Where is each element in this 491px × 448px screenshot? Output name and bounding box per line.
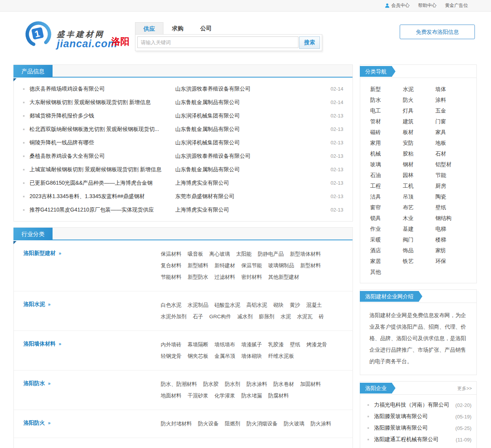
category-nav-link[interactable]: 安防 — [403, 137, 435, 148]
industry-tag-link[interactable]: 外墙涂料 — [226, 446, 247, 448]
industry-tag-link[interactable]: 粘合剂 — [183, 446, 198, 448]
category-nav-link[interactable]: 洁具 — [370, 191, 403, 202]
product-title-link[interactable]: 桑植县散养鸡设备大全有限公司 — [30, 153, 175, 160]
industry-tag-link[interactable]: 新型墙体材料 — [290, 248, 321, 260]
product-title-link[interactable]: 已更新G86150光圆&&产品种类——上海博虎合金钢 — [30, 180, 175, 187]
industry-category-link[interactable]: 洛阳防火 » — [23, 418, 161, 430]
category-nav-link[interactable]: 建筑 — [403, 116, 435, 127]
category-nav-link[interactable]: 防水 — [370, 94, 403, 105]
category-nav-link[interactable]: 防火 — [403, 94, 435, 105]
site-logo[interactable]: 1 盛丰建材网 jiancai.com — [16, 19, 117, 49]
industry-tag-link[interactable]: 干混砂浆 — [188, 390, 208, 402]
category-nav-link[interactable]: 石油 — [370, 170, 403, 180]
industry-tag-link[interactable]: 防水涂料 — [280, 446, 300, 448]
industry-tag-link[interactable]: 内外墙砖 — [161, 339, 181, 350]
product-company-link[interactable]: 山东洪源牧泰养殖设备有限公司 — [175, 153, 322, 160]
category-nav-link[interactable]: 饰品 — [403, 245, 435, 256]
category-nav-link[interactable]: 灯具 — [403, 105, 435, 116]
category-nav-link[interactable]: 家居 — [370, 256, 403, 266]
industry-tag-link[interactable]: 保温节能 — [241, 260, 262, 271]
industry-tag-link[interactable]: 防腐涂料 — [306, 446, 327, 448]
search-tab[interactable]: 求购 — [163, 22, 192, 34]
industry-tag-link[interactable]: 钢夹芯板 — [188, 350, 208, 362]
category-nav-link[interactable]: 机械 — [370, 148, 403, 159]
industry-tag-link[interactable]: 新型辅料 — [188, 260, 208, 271]
category-nav-link[interactable]: 作业 — [370, 223, 403, 234]
industry-tag-link[interactable]: 水泥制品 — [188, 299, 208, 311]
industry-tag-link[interactable]: 金属吊顶 — [214, 350, 235, 362]
industry-tag-link[interactable]: 烤漆龙骨 — [306, 339, 327, 350]
product-company-link[interactable]: 山东洪源牧泰养殖设备有限公司 — [175, 86, 322, 93]
industry-tag-link[interactable]: 石子 — [193, 311, 203, 322]
industry-tag-link[interactable]: 幕墙隔断 — [188, 339, 208, 350]
category-nav-link[interactable]: 水泥 — [403, 84, 435, 94]
company-name-link[interactable]: 力福光电科技（河南）有限公司 — [374, 402, 452, 408]
industry-tag-link[interactable]: 防水涂料 — [247, 379, 267, 390]
category-nav-link[interactable]: 陶瓷 — [435, 191, 471, 202]
category-nav-link[interactable]: 电梯 — [435, 223, 471, 234]
industry-tag-link[interactable]: 砌块 — [274, 299, 284, 311]
search-tab[interactable]: 供应 — [135, 22, 163, 34]
industry-tag-link[interactable]: 高铝水泥 — [247, 299, 267, 311]
category-nav-link[interactable]: 墙体 — [435, 84, 471, 94]
industry-category-link[interactable]: 洛阳水泥 » — [23, 299, 161, 322]
industry-tag-link[interactable]: 防水胶 — [203, 379, 219, 390]
publish-info-button[interactable]: 免费发布洛阳信息 — [400, 25, 475, 39]
category-nav-link[interactable]: 管材 — [370, 116, 403, 127]
industry-tag-link[interactable]: 防水堵漏 — [241, 390, 262, 402]
industry-tag-link[interactable]: GRC构件 — [209, 311, 231, 322]
product-company-link[interactable]: 山东鲁航金属制品有限公司 — [175, 166, 322, 173]
search-input[interactable] — [137, 36, 298, 48]
category-nav-link[interactable]: 酒店 — [370, 245, 403, 256]
industry-tag-link[interactable]: 防火涂料 — [311, 418, 331, 430]
category-nav-link[interactable]: 五金 — [435, 105, 471, 116]
category-nav-link[interactable]: 板材 — [403, 127, 435, 137]
industry-tag-link[interactable]: 防腐材料 — [268, 390, 289, 402]
industry-tag-link[interactable]: 水泥 — [281, 311, 291, 322]
industry-tag-link[interactable]: 复合材料 — [161, 260, 181, 271]
category-nav-link[interactable]: 家具 — [435, 127, 471, 137]
industry-tag-link[interactable]: 防火封堵材料 — [161, 418, 192, 430]
industry-tag-link[interactable]: 节能材料 — [161, 271, 181, 283]
industry-tag-link[interactable]: 壁纸 — [290, 339, 300, 350]
category-nav-link[interactable]: 阀门 — [403, 234, 435, 245]
industry-tag-link[interactable]: 白色水泥 — [161, 299, 181, 311]
industry-tag-link[interactable]: 黄沙 — [290, 299, 300, 311]
product-title-link[interactable]: 推荐G41210黑皮G41210原厂包装——实体现货供应 — [30, 207, 175, 213]
product-company-link[interactable]: 东莞市鼎盛钢材有限公司 — [175, 193, 322, 200]
industry-tag-link[interactable]: 离心玻璃 — [209, 248, 230, 260]
category-nav-link[interactable]: 厨房 — [435, 180, 471, 191]
category-nav-link[interactable]: 工程 — [370, 180, 403, 191]
category-nav-link[interactable]: 新型 — [370, 84, 403, 94]
product-company-link[interactable]: 上海博虎实业有限公司 — [175, 207, 322, 213]
help-center-link[interactable]: 帮助中心 — [418, 2, 437, 9]
industry-tag-link[interactable]: 保温材料 — [161, 248, 181, 260]
category-nav-link[interactable]: 采暖 — [370, 234, 403, 245]
category-nav-link[interactable]: 木业 — [403, 213, 435, 223]
category-nav-link[interactable]: 铝型材 — [435, 159, 471, 170]
product-company-link[interactable]: 山东鲁航金属制品有限公司 — [175, 126, 322, 133]
industry-category-link[interactable]: 洛阳新型建材 » — [23, 248, 161, 283]
category-nav-link[interactable]: 园林 — [403, 170, 435, 180]
category-nav-link[interactable]: 家纺 — [435, 245, 471, 256]
category-nav-link[interactable]: 吊顶 — [403, 191, 435, 202]
industry-tag-link[interactable]: 墙漆腻子 — [241, 339, 262, 350]
category-nav-link[interactable]: 楼梯 — [435, 234, 471, 245]
category-nav-link[interactable]: 基建 — [403, 223, 435, 234]
industry-tag-link[interactable]: 硅酸盐水泥 — [214, 299, 241, 311]
category-nav-link[interactable]: 玻璃 — [370, 159, 403, 170]
industry-tag-link[interactable]: 玻璃钢制品 — [268, 260, 294, 271]
product-title-link[interactable]: 上城宣城耐候钢板切割 景观耐候钢板现货切割 新增信息 — [30, 166, 175, 173]
industry-tag-link[interactable]: 纤维水泥板 — [268, 350, 294, 362]
industry-tag-link[interactable]: 新型防水 — [188, 271, 208, 283]
product-company-link[interactable]: 上海博虎实业有限公司 — [175, 180, 322, 187]
industry-tag-link[interactable]: 防水、防潮材料 — [161, 379, 197, 390]
category-nav-link[interactable]: 石材 — [435, 148, 471, 159]
industry-tag-link[interactable]: 墙体砌块 — [241, 350, 262, 362]
industry-tag-link[interactable]: 防水剂 — [225, 379, 241, 390]
industry-tag-link[interactable]: 新特建材 — [214, 260, 235, 271]
gold-ad-link[interactable]: 黄金广告位 — [445, 2, 468, 9]
industry-tag-link[interactable]: 油性漆 — [161, 446, 176, 448]
category-nav-link[interactable]: 锁具 — [370, 213, 403, 223]
industry-category-link[interactable]: 洛阳防水 » — [23, 379, 161, 402]
